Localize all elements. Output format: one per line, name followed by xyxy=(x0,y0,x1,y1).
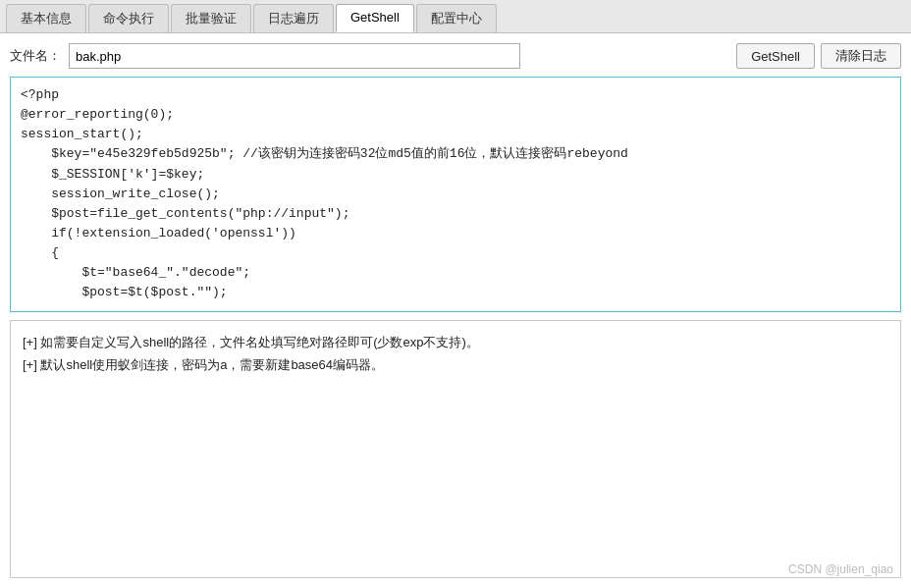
code-area: <?php @error_reporting(0); session_start… xyxy=(10,77,901,312)
info-line-1: [+] 如需要自定义写入shell的路径，文件名处填写绝对路径即可(少数exp不… xyxy=(23,331,888,353)
app-container: 基本信息 命令执行 批量验证 日志遍历 GetShell 配置中心 文件名： G… xyxy=(0,0,911,588)
tab-config-center[interactable]: 配置中心 xyxy=(416,4,497,32)
info-area: [+] 如需要自定义写入shell的路径，文件名处填写绝对路径即可(少数exp不… xyxy=(10,320,901,578)
filename-input[interactable] xyxy=(69,43,520,69)
main-content: 文件名： GetShell 清除日志 <?php @error_reportin… xyxy=(0,33,911,588)
getshell-button[interactable]: GetShell xyxy=(736,43,815,69)
info-line-2: [+] 默认shell使用蚁剑连接，密码为a，需要新建base64编码器。 xyxy=(23,353,888,376)
filename-row: 文件名： GetShell 清除日志 xyxy=(10,43,901,69)
tab-bar: 基本信息 命令执行 批量验证 日志遍历 GetShell 配置中心 xyxy=(0,0,911,33)
tab-getshell[interactable]: GetShell xyxy=(336,4,414,32)
tab-log-traverse[interactable]: 日志遍历 xyxy=(253,4,334,32)
btn-group: GetShell 清除日志 xyxy=(736,43,901,69)
tab-batch-verify[interactable]: 批量验证 xyxy=(171,4,251,32)
clear-log-button[interactable]: 清除日志 xyxy=(821,43,901,69)
tab-cmd-exec[interactable]: 命令执行 xyxy=(88,4,169,32)
tab-basic-info[interactable]: 基本信息 xyxy=(6,4,86,32)
filename-label: 文件名： xyxy=(10,47,61,65)
